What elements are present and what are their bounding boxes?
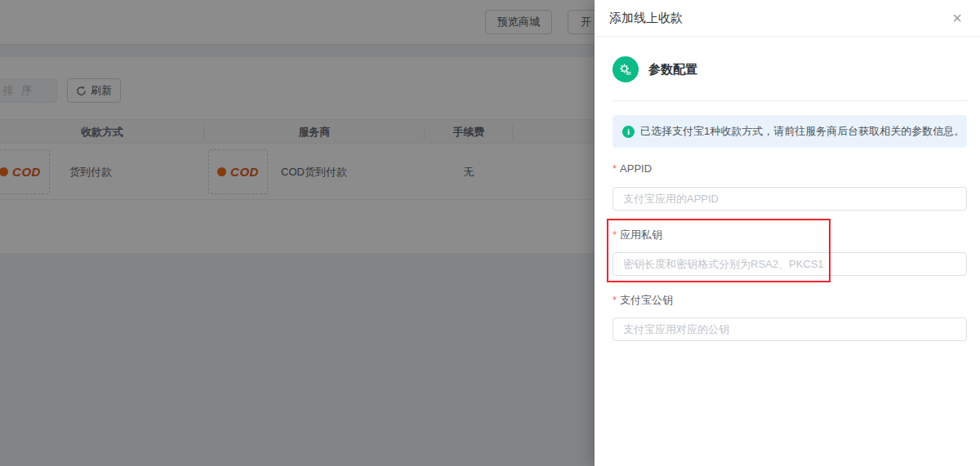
- public-key-label: *支付宝公钥: [612, 293, 673, 308]
- close-icon[interactable]: ×: [947, 8, 967, 28]
- required-asterisk: *: [612, 294, 617, 306]
- gear-icon: [612, 56, 639, 82]
- section-title: 参数配置: [648, 62, 697, 78]
- drawer-body: 参数配置 i 已选择支付宝1种收款方式，请前往服务商后台获取相关的参数信息。 *…: [595, 37, 980, 466]
- drawer-title: 添加线上收款: [609, 11, 683, 26]
- payment-settings-screen: 预览商城 开 排 序 刷新 收款方式 服务商 手续费 COD: [0, 0, 980, 466]
- required-asterisk: *: [612, 162, 617, 175]
- section-header: 参数配置: [612, 56, 697, 82]
- private-key-label: *应用私钥: [612, 228, 662, 242]
- info-icon: i: [622, 126, 635, 138]
- public-key-input[interactable]: [612, 317, 967, 341]
- drawer-header: 添加线上收款 ×: [595, 0, 980, 37]
- required-asterisk: *: [612, 229, 617, 241]
- private-key-input[interactable]: [612, 252, 967, 276]
- info-alert-text: 已选择支付宝1种收款方式，请前往服务商后台获取相关的参数信息。: [640, 124, 964, 139]
- appid-label: *APPID: [612, 162, 652, 177]
- info-alert: i 已选择支付宝1种收款方式，请前往服务商后台获取相关的参数信息。: [612, 115, 967, 148]
- section-divider: [612, 100, 967, 101]
- appid-input[interactable]: [612, 187, 967, 211]
- add-online-payment-drawer: 添加线上收款 × 参数配置 i 已: [595, 0, 980, 466]
